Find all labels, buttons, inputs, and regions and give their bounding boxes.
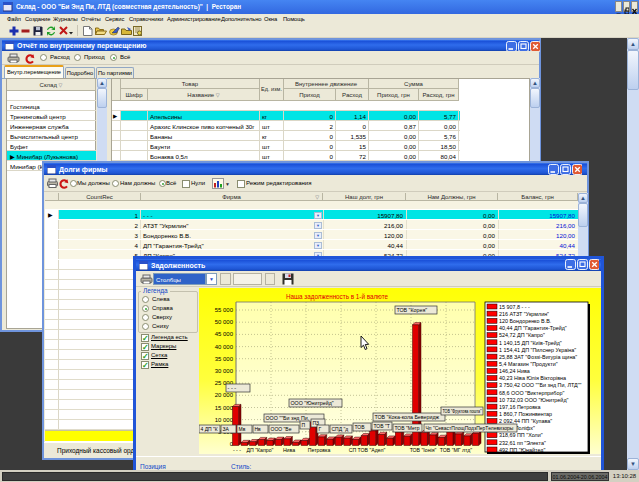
- svg-text:- - -: - - -: [233, 447, 241, 453]
- svg-text:ТОВ "Кока-кола Беверидж: ТОВ "Кока-кола Беверидж: [375, 414, 440, 420]
- svg-text:55 000: 55 000: [215, 307, 234, 313]
- svg-text:20 000: 20 000: [215, 392, 234, 398]
- svg-text:30 000: 30 000: [215, 368, 234, 374]
- svg-text:216 АТЗТ "Укрмлин": 216 АТЗТ "Укрмлин": [499, 311, 549, 317]
- svg-text:Нв: Нв: [255, 426, 262, 432]
- svg-text:50 000: 50 000: [215, 319, 234, 325]
- svg-text:1 140,15 ДП "Київ-Трейд": 1 140,15 ДП "Київ-Трейд": [499, 340, 562, 346]
- svg-text:1 860,7 Пожинвентар: 1 860,7 Пожинвентар: [499, 411, 552, 417]
- svg-text:40,44 ДП "Гарантия-Трейд": 40,44 ДП "Гарантия-Трейд": [499, 325, 567, 331]
- svg-text:197,16 Петровка: 197,16 Петровка: [499, 404, 540, 410]
- svg-text:ТОВ "Корея": ТОВ "Корея": [397, 307, 428, 313]
- svg-text:Петровка: Петровка: [308, 447, 331, 453]
- svg-text:ТОВ: ТОВ: [355, 424, 366, 430]
- svg-text:232,61 пп "Электа": 232,61 пп "Электа": [499, 440, 546, 446]
- svg-text:120 Бондоренко В.В.: 120 Бондоренко В.В.: [499, 318, 551, 324]
- svg-text:524,72 ДП "Капро": 524,72 ДП "Капро": [499, 332, 545, 338]
- svg-text:ООО "Юнитрейд": ООО "Юнитрейд": [291, 400, 334, 406]
- svg-text:1 154,41 ДП "Пилснер Украіна": 1 154,41 ДП "Пилснер Украіна": [499, 347, 576, 353]
- svg-text:ЗА: ЗА: [223, 426, 230, 432]
- svg-text:3 750,42 ООО ""Би знд Пи, ЛТД": 3 750,42 ООО ""Би знд Пи, ЛТД"": [499, 382, 582, 388]
- svg-text:40 000: 40 000: [215, 344, 234, 350]
- svg-text:ТОВ "Метр: ТОВ "Метр: [395, 425, 420, 431]
- svg-text:Нива: Нива: [283, 447, 295, 453]
- svg-text:492 ПП "Юнайтед": 492 ПП "Юнайтед": [499, 447, 546, 453]
- svg-text:35 000: 35 000: [215, 356, 234, 362]
- svg-text:ТОВ "Т: ТОВ "Т: [374, 423, 390, 429]
- svg-text:10 732,03 ООО "Юнитрейд": 10 732,03 ООО "Юнитрейд": [499, 397, 569, 403]
- svg-text:318,69 ПП "Холи": 318,69 ПП "Холи": [499, 432, 543, 438]
- svg-text:10 000: 10 000: [215, 417, 234, 423]
- svg-text:Г: Г: [319, 426, 322, 432]
- svg-text:15 907,8 - - -: 15 907,8 - - -: [499, 304, 530, 310]
- svg-text:ООО "Ве: ООО "Ве: [271, 426, 292, 432]
- svg-text:- - -: - - -: [228, 385, 237, 391]
- svg-text:2 092,44 ПП "Купава": 2 092,44 ПП "Купава": [499, 418, 552, 424]
- svg-text:4 ДП "К: 4 ДП "К: [201, 426, 218, 432]
- svg-text:ДП "Капро": ДП "Капро": [247, 447, 274, 453]
- svg-text:25,88 ЗАТ "Фоззі-Вигуріа щина": 25,88 ЗАТ "Фоззі-Вигуріа щина": [499, 354, 577, 360]
- svg-text:68,6 ООО "Виктерприбор": 68,6 ООО "Виктерприбор": [499, 390, 564, 396]
- svg-text:ТОВ "Фруктова пошта": ТОВ "Фруктова пошта": [443, 408, 482, 414]
- svg-text:ТОВ "МГ лтд": ТОВ "МГ лтд": [440, 447, 473, 453]
- svg-text:15 000: 15 000: [215, 405, 234, 411]
- svg-text:ООО ""Би знд Пи,: ООО ""Би знд Пи,: [266, 415, 310, 421]
- svg-text:45 000: 45 000: [215, 331, 234, 337]
- svg-text:40,23 Ніва Юлія Вікторівна: 40,23 Ніва Юлія Вікторівна: [499, 375, 566, 381]
- svg-text:Наша задолженность в 1-й валют: Наша задолженность в 1-й валюте: [286, 293, 388, 301]
- svg-text:СПД "д: СПД "д: [332, 426, 349, 432]
- svg-text:ТОВ "Іонія": ТОВ "Іонія": [410, 447, 437, 453]
- svg-text:5,4 Магазин "Продукти": 5,4 Магазин "Продукти": [499, 361, 558, 367]
- svg-text:Мв: Мв: [239, 426, 246, 432]
- svg-text:146,24 Нива: 146,24 Нива: [499, 368, 530, 374]
- svg-text:СП ТОВ "Адел": СП ТОВ "Адел": [349, 447, 386, 453]
- svg-text:П: П: [302, 422, 306, 428]
- svg-text:Чп "СевастПлощПодзПерТелевизор: Чп "СевастПлощПодзПерТелевизоры: [426, 425, 514, 431]
